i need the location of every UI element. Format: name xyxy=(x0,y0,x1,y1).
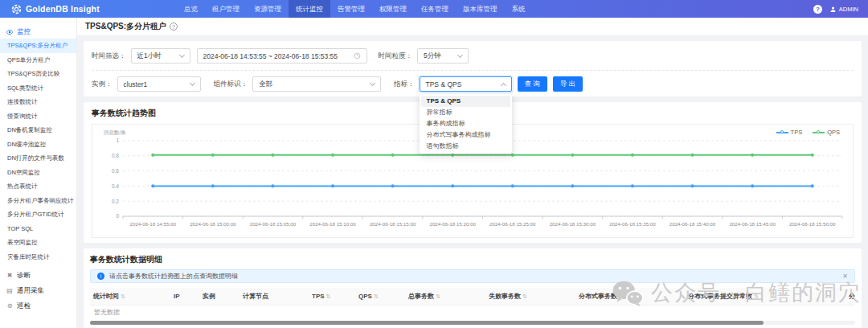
sidebar-tool-1[interactable]: ▤通用采集 xyxy=(0,283,76,298)
sidebar-item-11[interactable]: 多分片租户事务响应统计 xyxy=(0,194,76,208)
column-header-1[interactable]: IP xyxy=(170,293,199,300)
table-card: 事务数统计数据明细 请点击事务数统计趋势图上的点查询数据明细 统计时间IP实例计… xyxy=(84,248,862,328)
page-help-icon[interactable] xyxy=(170,23,178,31)
scrollbar-thumb[interactable] xyxy=(90,321,764,325)
component-select[interactable]: 全部 xyxy=(252,76,381,92)
sidebar-group-monitor[interactable]: 监控 xyxy=(0,25,76,39)
column-header-7[interactable]: 失败事务数 xyxy=(485,292,575,301)
column-header-8[interactable]: 分布式事务数 xyxy=(575,292,685,301)
collection-icon: ▤ xyxy=(6,287,14,294)
table-title: 事务数统计数据明细 xyxy=(90,254,855,265)
nav-item-4[interactable]: 告警管理 xyxy=(330,0,372,18)
nav-item-1[interactable]: 租户管理 xyxy=(205,0,247,18)
sort-icon[interactable] xyxy=(436,293,440,300)
table-empty-text: 暂无数据 xyxy=(90,305,855,319)
column-header-10[interactable]: 分 xyxy=(845,292,855,301)
date-range-picker[interactable]: 2024-06-18 14:53:55 ~ 2024-06-18 15:53:5… xyxy=(197,48,367,64)
metric-select[interactable]: TPS & QPS xyxy=(420,76,512,92)
sort-icon[interactable] xyxy=(121,293,125,300)
legend-label: TPS xyxy=(791,129,803,136)
sidebar-item-10[interactable]: 热点表统计 xyxy=(0,179,76,194)
sidebar-items: TPS&QPS:多分片租户QPS单分片租户TPS&QPS历史比较SQL类型统计连… xyxy=(0,39,76,264)
legend-item-QPS[interactable]: QPS xyxy=(813,129,840,136)
metric-option-4[interactable]: 语句数指标 xyxy=(421,141,510,152)
sort-icon[interactable] xyxy=(619,293,624,300)
sidebar-item-7[interactable]: DN缓冲池监控 xyxy=(0,137,76,152)
column-header-5[interactable]: QPS xyxy=(355,293,405,300)
svg-text:2024-06-18 15:45:00: 2024-06-18 15:45:00 xyxy=(729,221,776,227)
column-label: 统计时间 xyxy=(93,292,119,301)
svg-text:2024-06-18 15:50:00: 2024-06-18 15:50:00 xyxy=(789,221,836,227)
logo-icon xyxy=(11,4,22,14)
nav-item-0[interactable]: 总览 xyxy=(177,0,205,18)
sidebar-tool-0[interactable]: ✖诊断 xyxy=(0,268,76,283)
nav-item-5[interactable]: 权限管理 xyxy=(372,0,414,18)
sidebar-group-label: 监控 xyxy=(17,27,31,37)
help-icon[interactable] xyxy=(813,5,822,14)
sidebar-tool-label: 诊断 xyxy=(17,271,31,281)
legend-marker-icon xyxy=(813,132,825,133)
svg-text:2024-06-18 15:35:00: 2024-06-18 15:35:00 xyxy=(609,221,656,227)
svg-text:1: 1 xyxy=(116,137,119,143)
instance-select[interactable]: cluster1 xyxy=(117,76,201,92)
sort-icon[interactable] xyxy=(326,293,331,300)
time-preset-value: 近1小时 xyxy=(137,51,162,61)
sidebar-item-0[interactable]: TPS&QPS:多分片租户 xyxy=(0,39,76,53)
metric-option-1[interactable]: 异常指标 xyxy=(421,107,510,118)
metric-option-3[interactable]: 分布式写事务构成指标 xyxy=(421,129,510,141)
info-banner: 请点击事务数统计趋势图上的点查询数据明细 xyxy=(90,269,855,283)
column-header-6[interactable]: 总事务数 xyxy=(405,292,485,301)
sidebar-item-13[interactable]: TOP SQL xyxy=(0,222,76,236)
nav-item-3[interactable]: 统计监控 xyxy=(289,0,330,18)
sidebar-item-12[interactable]: 多分片租户GTID统计 xyxy=(0,207,76,222)
info-icon xyxy=(97,273,104,280)
metric-option-0[interactable]: TPS & QPS xyxy=(421,96,510,107)
sidebar-item-4[interactable]: 连接数统计 xyxy=(0,95,76,109)
granularity-select[interactable]: 5分钟 xyxy=(417,48,469,64)
sort-icon[interactable] xyxy=(374,293,379,300)
diagnosis-icon: ✖ xyxy=(6,272,14,279)
sidebar-item-9[interactable]: DN空间监控 xyxy=(0,166,76,180)
sidebar-item-3[interactable]: SQL类型统计 xyxy=(0,81,76,96)
sidebar-tool-label: 通用采集 xyxy=(17,286,44,296)
svg-text:2024-06-18 14:55:00: 2024-06-18 14:55:00 xyxy=(130,221,177,227)
user-menu[interactable]: ADMIN xyxy=(829,6,858,13)
nav-item-6[interactable]: 任务管理 xyxy=(414,0,456,18)
sidebar-item-15[interactable]: 灾备库时延统计 xyxy=(0,250,76,264)
nav-item-2[interactable]: 资源管理 xyxy=(247,0,289,18)
column-header-4[interactable]: TPS xyxy=(309,293,355,300)
sidebar-item-14[interactable]: 表空间监控 xyxy=(0,236,76,250)
column-label: 分布式事务数 xyxy=(579,292,617,301)
sidebar-item-1[interactable]: QPS单分片租户 xyxy=(0,53,76,68)
column-header-3[interactable]: 计算节点 xyxy=(240,292,309,301)
column-label: QPS xyxy=(358,293,372,300)
sidebar-item-5[interactable]: 慢查询统计 xyxy=(0,109,76,124)
sidebar-item-6[interactable]: DN备机复制监控 xyxy=(0,123,76,137)
column-label: 分 xyxy=(849,292,855,301)
column-header-0[interactable]: 统计时间 xyxy=(90,292,170,301)
nav-item-8[interactable]: 系统 xyxy=(504,0,532,18)
metric-label: 指标： xyxy=(394,80,415,89)
svg-text:2024-06-18 15:40:00: 2024-06-18 15:40:00 xyxy=(669,221,716,227)
sort-icon[interactable] xyxy=(754,293,759,300)
top-navbar: GoldenDB Insight 总览租户管理资源管理统计监控告警管理权限管理任… xyxy=(0,0,868,18)
sidebar-item-2[interactable]: TPS&QPS历史比较 xyxy=(0,67,76,81)
eye-icon xyxy=(6,28,14,36)
nav-item-7[interactable]: 版本库管理 xyxy=(456,0,505,18)
metric-option-2[interactable]: 事务构成指标 xyxy=(421,118,510,129)
column-label: 分布式事务提交异常数 xyxy=(688,292,752,301)
column-header-9[interactable]: 分布式事务提交异常数 xyxy=(685,292,845,301)
close-icon[interactable] xyxy=(842,273,848,280)
sort-icon[interactable] xyxy=(522,293,527,300)
time-preset-select[interactable]: 近1小时 xyxy=(131,48,190,64)
svg-text:2024-06-18 15:30:00: 2024-06-18 15:30:00 xyxy=(550,221,596,227)
export-button[interactable]: 导 出 xyxy=(553,76,583,92)
legend-item-TPS[interactable]: TPS xyxy=(776,129,803,136)
svg-text:2024-06-18 15:00:00: 2024-06-18 15:00:00 xyxy=(190,221,236,227)
sidebar-tool-2[interactable]: ⊚巡检 xyxy=(0,298,76,314)
legend-marker-icon xyxy=(776,132,788,133)
query-button[interactable]: 查 询 xyxy=(518,76,547,92)
sidebar-item-8[interactable]: DN打开的文件与表数 xyxy=(0,151,76,166)
svg-text:0: 0 xyxy=(116,213,119,219)
column-header-2[interactable]: 实例 xyxy=(199,292,240,301)
